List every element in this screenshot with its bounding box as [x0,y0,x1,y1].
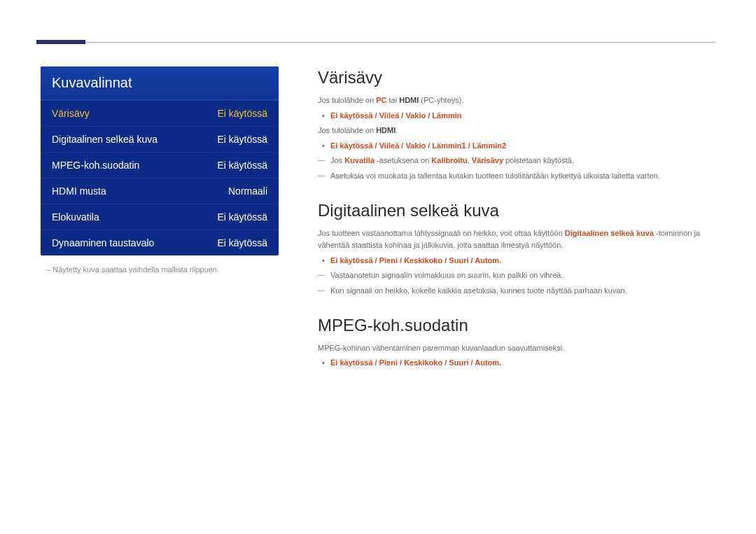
content-columns: Kuvavalinnat Värisävy Ei käytössä Digita… [41,66,715,372]
menu-row-digitaalinen[interactable]: Digitaalinen selkeä kuva Ei käytössä [41,126,279,152]
varisavy-note1: Jos Kuvatila -asetuksena on Kalibroitu, … [318,155,715,167]
image-caption: – Näytetty kuva saattaa vaihdella mallis… [46,265,279,274]
varisavy-line1: Jos tulolähde on PC tai HDMI (PC-yhteys)… [318,94,715,107]
menu-row-label: HDMI musta [52,185,106,197]
menu-title: Kuvavalinnat [41,66,279,100]
varisavy-note2: Asetuksia voi muokata ja tallentaa kutak… [318,170,715,183]
menu-row-varisavy[interactable]: Värisävy Ei käytössä [41,100,279,126]
text-kuvatila: Kuvatila [344,156,374,164]
digitaalinen-intro: Jos tuotteen vastaanottama lähtyssignaal… [318,227,715,252]
page: Kuvavalinnat Värisävy Ei käytössä Digita… [0,0,756,372]
text-hdmi: HDMI [399,96,419,104]
menu-panel: Kuvavalinnat Värisävy Ei käytössä Digita… [41,66,279,255]
text: . [396,126,398,134]
caption-text: Näytetty kuva saattaa vaihdella mallista… [52,265,219,274]
menu-row-value: Normaali [228,185,267,197]
menu-row-value: Ei käytössä [217,237,267,248]
menu-row-label: Digitaalinen selkeä kuva [52,134,158,145]
left-column: Kuvavalinnat Värisävy Ei käytössä Digita… [41,66,279,372]
mpeg-intro: MPEG-kohinan vähentäminen paremman kuvan… [318,342,715,355]
menu-row-label: Dynaaminen taustavalo [52,237,154,248]
text: tai [386,96,399,104]
menu-row-value: Ei käytössä [217,108,267,119]
options-text: Ei käytössä / Viileä / Vakio / Lämmin [330,111,462,120]
header-rule [41,42,715,43]
menu-row-label: Elokuvatila [52,211,99,223]
menu-row-dynaaminen[interactable]: Dynaaminen taustavalo Ei käytössä [41,230,279,255]
text: Jos tulolähde on [318,126,376,134]
varisavy-line2: Jos tulolähde on HDMI. [318,125,715,137]
menu-row-label: Värisävy [52,108,90,119]
text: -asetuksena on [374,156,431,164]
menu-row-label: MPEG-koh.suodatin [52,160,139,171]
right-column: Värisävy Jos tulolähde on PC tai HDMI (P… [318,66,715,372]
digitaalinen-opts: Ei käytössä / Pieni / Keskikoko / Suuri … [318,255,715,267]
options-text: Ei käytössä / Pieni / Keskikoko / Suuri … [330,256,501,265]
menu-row-value: Ei käytössä [217,160,267,171]
menu-row-value: Ei käytössä [217,134,267,145]
text-pc: PC [376,96,386,104]
text-varisavy: Värisävy [472,156,503,164]
options-text: Ei käytössä / Pieni / Keskikoko / Suuri … [330,358,501,367]
menu-row-mpeg[interactable]: MPEG-koh.suodatin Ei käytössä [41,152,279,178]
menu-row-hdmi-musta[interactable]: HDMI musta Normaali [41,178,279,204]
text: poistetaan käytöstä. [503,156,574,164]
text: (PC-yhteys). [419,96,463,104]
heading-varisavy: Värisävy [318,68,715,87]
text: Jos tulolähde on [318,96,376,104]
heading-digitaalinen: Digitaalinen selkeä kuva [318,201,715,220]
text-kalibroitu: Kalibroitu [431,156,467,164]
text-bold: Digitaalinen selkeä kuva [565,229,654,237]
digitaalinen-note2: Kun signaali on heikko, kokeile kaikkia … [318,285,715,297]
varisavy-opts1: Ei käytössä / Viileä / Vakio / Lämmin [318,110,715,122]
varisavy-opts2: Ei käytössä / Viileä / Vakio / Lämmin1 /… [318,140,715,153]
menu-row-value: Ei käytössä [217,211,267,223]
text-hdmi: HDMI [376,126,396,134]
text: Jos [330,156,344,164]
options-text: Ei käytössä / Viileä / Vakio / Lämmin1 /… [330,141,506,150]
heading-mpeg: MPEG-koh.suodatin [318,316,715,335]
digitaalinen-note1: Vastaanotetun signaalin voimakkuus on su… [318,269,715,282]
text: Jos tuotteen vastaanottama lähtyssignaal… [318,229,565,237]
mpeg-opts: Ei käytössä / Pieni / Keskikoko / Suuri … [318,357,715,370]
menu-row-elokuvatila[interactable]: Elokuvatila Ei käytössä [41,204,279,230]
